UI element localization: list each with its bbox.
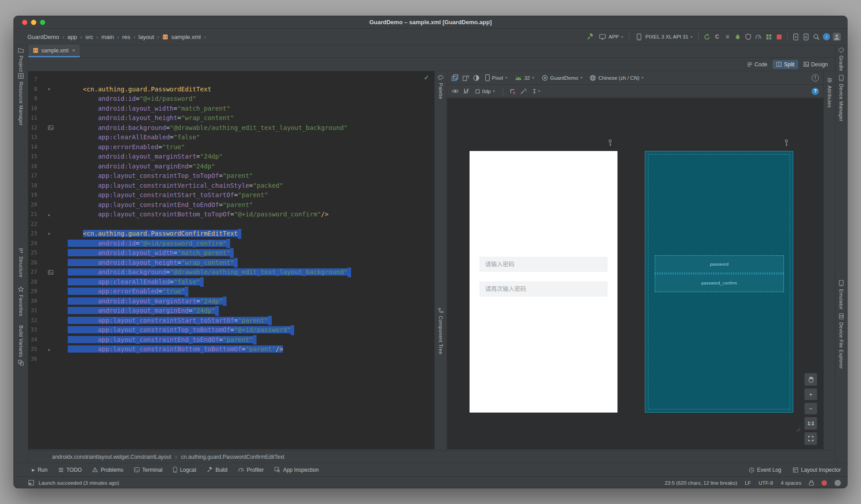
tool-button-todo[interactable]: TODO (58, 467, 82, 473)
run-configuration-select[interactable]: APP ▾ (596, 31, 625, 43)
fold-open-icon[interactable]: ▾ (41, 85, 68, 95)
code-line[interactable]: 14 app:errorEnabled="true" (28, 142, 435, 152)
search-icon[interactable] (812, 32, 820, 42)
breadcrumb-item[interactable]: main (101, 34, 114, 40)
tool-button-palette[interactable]: Palette (435, 75, 447, 99)
drawable-preview-icon[interactable] (41, 267, 68, 277)
code-line[interactable]: 16 android:layout_marginEnd="24dp" (28, 162, 435, 172)
password-field-preview[interactable]: 请输入密码 (479, 257, 608, 272)
shield-icon[interactable] (744, 32, 752, 42)
locale-select[interactable]: Chinese (zh / CN) ▾ (588, 74, 645, 82)
code-line[interactable]: 33 app:layout_constraintTop_toBottomOf="… (28, 325, 435, 335)
sync-project-icon[interactable] (703, 32, 711, 42)
tool-button-build-variants[interactable]: Build Variants (14, 325, 28, 366)
error-indicator-icon[interactable] (822, 480, 827, 486)
default-margins-select[interactable]: 0dp ▾ (474, 88, 496, 95)
code-line[interactable]: 8▾ <cn.authing.guard.PasswordEditText (28, 85, 435, 95)
breadcrumb-item[interactable]: GuardDemo (27, 34, 59, 40)
tab-sample-xml[interactable]: sample.xml × (28, 45, 80, 57)
code-line[interactable]: 12 android:background="@drawable/authing… (28, 123, 435, 133)
code-editor[interactable]: 78▾ <cn.authing.guard.PasswordEditText9 … (28, 71, 435, 449)
night-mode-icon[interactable] (473, 75, 479, 81)
orientation-icon[interactable] (462, 74, 469, 81)
text-tool-select[interactable]: I ▾ (531, 87, 542, 95)
user-avatar-icon[interactable] (833, 32, 841, 42)
tool-button-terminal[interactable]: Terminal (134, 467, 162, 473)
tool-button-event-log[interactable]: Event Log (749, 467, 781, 473)
tool-button-attributes[interactable]: Attributes (824, 78, 835, 108)
stop-icon[interactable] (775, 32, 783, 42)
code-line[interactable]: 28 app:clearAllEnabled="false" (28, 277, 435, 287)
tool-button-device-manager[interactable]: Device Manager (835, 75, 847, 121)
tool-button-favorites[interactable]: Favorites (14, 286, 28, 316)
device-select[interactable]: Pixel ▾ (483, 73, 509, 82)
code-line[interactable]: 7 (28, 75, 435, 85)
fold-open-icon[interactable]: ▾ (41, 229, 68, 239)
zoom-in-button[interactable]: + (804, 388, 817, 400)
breadcrumb-item[interactable]: src (85, 34, 93, 40)
device-manager-icon[interactable] (802, 32, 810, 42)
code-line[interactable]: 11 android:layout_height="wrap_content" (28, 113, 435, 123)
resize-corner-icon[interactable] (796, 427, 800, 432)
tool-button-app-inspection[interactable]: App Inspection (274, 467, 318, 473)
zoom-to-fit-icon[interactable] (804, 432, 817, 445)
drawable-preview-icon[interactable] (41, 123, 68, 133)
blueprint-password-view[interactable]: password (655, 255, 784, 273)
titlebar[interactable]: GuardDemo – sample.xml [GuardDemo.app] (14, 16, 847, 29)
code-line[interactable]: 22 (28, 220, 435, 229)
breadcrumb-item[interactable]: sample.xml (171, 34, 201, 40)
tool-button-emulator[interactable]: Emulator (835, 280, 847, 310)
zoom-actual-size-button[interactable]: 1:1 (804, 417, 817, 430)
blueprint-screen[interactable]: password password_confirm (645, 151, 793, 413)
code-line[interactable]: 17 app:layout_constraintTop_toTopOf="par… (28, 171, 435, 181)
code-line[interactable]: 34 app:layout_constraintEnd_toEndOf="par… (28, 335, 435, 345)
code-line[interactable]: 13 app:clearAllEnabled="false" (28, 133, 435, 142)
breadcrumb-item[interactable]: app (67, 34, 77, 40)
tool-button-profiler[interactable]: Profiler (238, 467, 264, 473)
inspections-ok-icon[interactable]: ✓ (424, 74, 429, 81)
line-separator[interactable]: LF (745, 480, 751, 486)
tool-button-structure[interactable]: Structure (14, 248, 28, 277)
breadcrumb-item[interactable]: layout (139, 34, 154, 40)
update-up-arrow-icon[interactable]: ↑ (822, 32, 831, 42)
close-window-button[interactable] (22, 20, 27, 25)
tool-button-resource-manager[interactable]: Resource Manager (14, 73, 28, 125)
view-options-eye-icon[interactable] (452, 89, 459, 94)
target-device-select[interactable]: PIXEL 3 XL API 31 ▾ (633, 31, 694, 43)
code-line[interactable]: 25 android:layout_width="match_parent" (28, 248, 435, 258)
xml-breadcrumb-item[interactable]: androidx.constraintlayout.widget.Constra… (52, 454, 171, 460)
tool-button-build[interactable]: Build (207, 467, 227, 473)
mode-design-button[interactable]: Design (800, 60, 831, 69)
password-confirm-field-preview[interactable]: 请再次输入密码 (479, 281, 608, 297)
bug-icon[interactable] (734, 32, 742, 42)
build-hammer-icon[interactable] (586, 32, 594, 42)
file-encoding[interactable]: UTF-8 (758, 480, 773, 486)
lock-icon[interactable] (809, 480, 814, 486)
tool-button-problems[interactable]: Problems (92, 467, 123, 473)
code-line[interactable]: 21▴ app:layout_constraintBottom_toTopOf=… (28, 210, 435, 220)
profiler-gauge-icon[interactable] (754, 32, 762, 42)
tool-button-project[interactable]: Project (14, 48, 28, 72)
minimize-window-button[interactable] (31, 20, 36, 25)
code-line[interactable]: 19 app:layout_constraintStart_toStartOf=… (28, 190, 435, 200)
fullscreen-window-button[interactable] (40, 20, 45, 25)
apply-changes-icon[interactable] (765, 32, 773, 42)
close-tab-icon[interactable]: × (72, 47, 75, 54)
profile-status-icon[interactable] (835, 480, 841, 486)
code-line[interactable]: 18 app:layout_constraintVertical_chainSt… (28, 181, 435, 191)
theme-select[interactable]: GuardDemo ▾ (540, 74, 584, 82)
code-line[interactable]: 24 android:id="@+id/password_confirm" (28, 239, 435, 249)
tool-button-component-tree[interactable]: Component Tree (435, 308, 447, 354)
blueprint-password-confirm-view[interactable]: password_confirm (655, 274, 784, 292)
api-level-select[interactable]: 32 ▾ (513, 74, 536, 82)
mode-split-button[interactable]: Split (773, 60, 798, 69)
running-devices-icon[interactable] (791, 32, 800, 42)
code-line[interactable]: 27 android:background="@drawable/authing… (28, 267, 435, 277)
tool-button-device-file-explorer[interactable]: Device File Explorer (835, 313, 847, 369)
mode-code-button[interactable]: Code (744, 60, 771, 69)
tool-button-layout-inspector[interactable]: Layout Inspector (793, 467, 841, 473)
design-canvas[interactable]: 请输入密码 请再次输入密码 password password_confirm … (447, 98, 823, 449)
zoom-out-button[interactable]: − (804, 403, 817, 414)
fold-end-icon[interactable]: ▴ (41, 210, 68, 220)
design-surface-layers-icon[interactable] (452, 74, 458, 81)
